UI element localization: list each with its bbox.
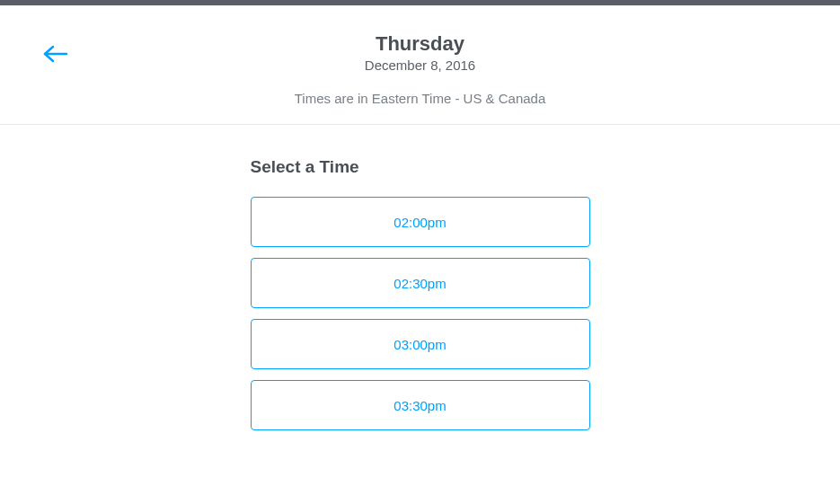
time-slot-label: 03:30pm	[393, 398, 446, 413]
time-slot-button[interactable]: 02:00pm	[251, 197, 590, 247]
back-button[interactable]	[43, 45, 70, 66]
time-slot-button[interactable]: 03:30pm	[251, 380, 590, 430]
time-slot-label: 02:30pm	[393, 276, 446, 291]
select-time-heading: Select a Time	[251, 157, 590, 177]
time-slot-button[interactable]: 02:30pm	[251, 258, 590, 308]
time-slot-button[interactable]: 03:00pm	[251, 319, 590, 369]
day-name: Thursday	[18, 32, 822, 56]
timezone-note: Times are in Eastern Time - US & Canada	[18, 91, 822, 106]
date-header: Thursday December 8, 2016 Times are in E…	[0, 5, 840, 125]
time-slot-label: 03:00pm	[393, 337, 446, 352]
full-date: December 8, 2016	[18, 57, 822, 73]
time-slot-label: 02:00pm	[393, 215, 446, 230]
arrow-left-icon	[43, 45, 70, 63]
time-selection-panel: Select a Time 02:00pm 02:30pm 03:00pm 03…	[251, 125, 590, 430]
